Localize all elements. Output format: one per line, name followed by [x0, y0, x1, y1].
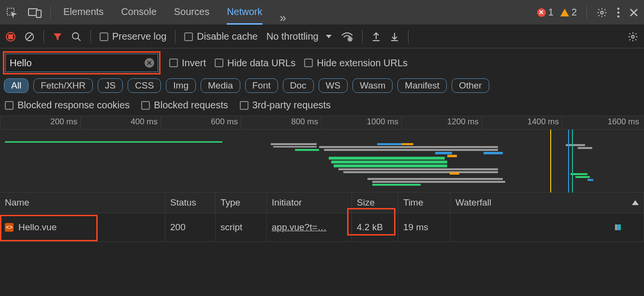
header-status[interactable]: Status: [165, 192, 216, 213]
invert-checkbox[interactable]: Invert: [169, 58, 206, 69]
panel-tabs: Elements Console Sources Network »: [63, 0, 286, 25]
warning-count-value: 2: [571, 7, 577, 18]
chip-other[interactable]: Other: [452, 78, 489, 93]
chip-font[interactable]: Font: [245, 78, 278, 93]
divider: [90, 30, 91, 44]
header-waterfall-label: Waterfall: [455, 197, 491, 208]
blocked-requests-label: Blocked requests: [154, 100, 228, 111]
tab-network[interactable]: Network: [227, 0, 262, 25]
divider: [408, 30, 409, 44]
close-devtools-icon[interactable]: [629, 8, 638, 17]
chip-ws[interactable]: WS: [319, 78, 348, 93]
warning-icon: [560, 9, 569, 16]
preserve-log-label: Preserve log: [112, 31, 166, 42]
tick-label: 600 ms: [211, 117, 238, 127]
blocked-requests-checkbox[interactable]: Blocked requests: [141, 100, 228, 111]
checkbox-icon: [304, 59, 313, 67]
extra-filter-checks: Blocked response cookies Blocked request…: [0, 97, 644, 116]
device-toggle-icon[interactable]: [28, 7, 42, 18]
search-icon[interactable]: [71, 31, 82, 42]
header-name[interactable]: Name: [0, 192, 165, 213]
header-type[interactable]: Type: [216, 192, 267, 213]
tick-label: 400 ms: [131, 117, 158, 127]
tick-label: 1400 ms: [527, 117, 559, 127]
tick-label: 1000 ms: [367, 117, 398, 127]
chevron-down-icon: [325, 34, 332, 39]
cell-time: 19 ms: [398, 213, 451, 242]
devtools-top-bar: Elements Console Sources Network » ✕ 1 2: [0, 0, 644, 25]
tick-label: 1600 ms: [608, 117, 639, 127]
preserve-log-checkbox[interactable]: Preserve log: [100, 31, 166, 42]
timeline-bars: [0, 130, 644, 192]
tab-elements[interactable]: Elements: [63, 0, 103, 25]
import-har-icon[interactable]: [390, 31, 399, 42]
svg-point-5: [617, 11, 620, 14]
sort-ascending-icon: [632, 200, 639, 205]
timeline-ruler: 200 ms 400 ms 600 ms 800 ms 1000 ms 1200…: [0, 116, 644, 130]
record-button[interactable]: [6, 32, 15, 42]
hide-extension-urls-checkbox[interactable]: Hide extension URLs: [304, 58, 408, 69]
svg-point-8: [73, 32, 79, 39]
svg-point-6: [617, 15, 620, 17]
chip-img[interactable]: Img: [166, 78, 196, 93]
request-table: Name Status Type Initiator Size Time Wat…: [0, 192, 644, 242]
header-size[interactable]: Size: [352, 192, 398, 213]
chip-manifest[interactable]: Manifest: [397, 78, 447, 93]
export-har-icon[interactable]: [371, 31, 381, 42]
chip-media[interactable]: Media: [201, 78, 240, 93]
clear-button[interactable]: [24, 31, 35, 42]
error-count-value: 1: [548, 7, 554, 18]
filter-row: ✕ Invert Hide data URLs Hide extension U…: [0, 48, 644, 76]
clear-filter-icon[interactable]: ✕: [145, 58, 154, 68]
header-time[interactable]: Time: [398, 192, 451, 213]
lcp-line: [572, 130, 573, 192]
tab-sources[interactable]: Sources: [174, 0, 209, 25]
load-line: [568, 130, 569, 192]
initiator-link[interactable]: app.vue?t=…: [272, 222, 327, 233]
filter-input-highlight: ✕: [3, 51, 161, 74]
timeline-overview[interactable]: 200 ms 400 ms 600 ms 800 ms 1000 ms 1200…: [0, 116, 644, 192]
hide-extension-urls-label: Hide extension URLs: [317, 58, 408, 69]
cell-name[interactable]: <> Hello.vue: [0, 213, 165, 242]
filter-input[interactable]: [5, 54, 158, 72]
tick-label: 1200 ms: [447, 117, 479, 127]
chip-fetch-xhr[interactable]: Fetch/XHR: [33, 78, 93, 93]
chip-css[interactable]: CSS: [128, 78, 161, 93]
hide-data-urls-label: Hide data URLs: [227, 58, 295, 69]
more-tabs-button[interactable]: »: [280, 11, 286, 25]
cell-waterfall: [451, 213, 644, 242]
network-settings-icon[interactable]: [628, 31, 638, 42]
throttling-value: No throttling: [266, 31, 319, 42]
error-count[interactable]: ✕ 1: [537, 7, 554, 18]
error-icon: ✕: [537, 8, 546, 17]
inspect-element-icon[interactable]: [6, 7, 17, 18]
checkbox-icon: [5, 101, 14, 110]
header-waterfall[interactable]: Waterfall: [451, 192, 644, 213]
disable-cache-label: Disable cache: [197, 31, 258, 42]
filter-toggle-icon[interactable]: [53, 32, 62, 42]
cell-initiator[interactable]: app.vue?t=…: [267, 213, 352, 242]
blocked-cookies-checkbox[interactable]: Blocked response cookies: [5, 100, 130, 111]
hide-data-urls-checkbox[interactable]: Hide data URLs: [215, 58, 295, 69]
throttling-select[interactable]: No throttling: [266, 31, 332, 42]
script-file-icon: <>: [5, 223, 14, 232]
header-initiator[interactable]: Initiator: [267, 192, 352, 213]
checkbox-icon: [169, 59, 178, 67]
cell-type: script: [216, 213, 267, 242]
dom-content-loaded-line: [550, 130, 551, 192]
network-conditions-icon[interactable]: [341, 31, 353, 42]
svg-point-4: [617, 7, 620, 10]
tick-label: 200 ms: [50, 117, 77, 127]
disable-cache-checkbox[interactable]: Disable cache: [184, 31, 258, 42]
tab-console[interactable]: Console: [121, 0, 156, 25]
settings-icon[interactable]: [597, 7, 607, 18]
request-name: Hello.vue: [18, 222, 57, 233]
chip-all[interactable]: All: [4, 78, 29, 93]
warning-count[interactable]: 2: [560, 7, 577, 18]
chip-doc[interactable]: Doc: [283, 78, 314, 93]
third-party-checkbox[interactable]: 3rd-party requests: [240, 100, 331, 111]
kebab-menu-icon[interactable]: [617, 7, 620, 18]
chip-wasm[interactable]: Wasm: [352, 78, 393, 93]
chip-js[interactable]: JS: [98, 78, 123, 93]
resource-type-chips: All Fetch/XHR JS CSS Img Media Font Doc …: [0, 76, 644, 97]
